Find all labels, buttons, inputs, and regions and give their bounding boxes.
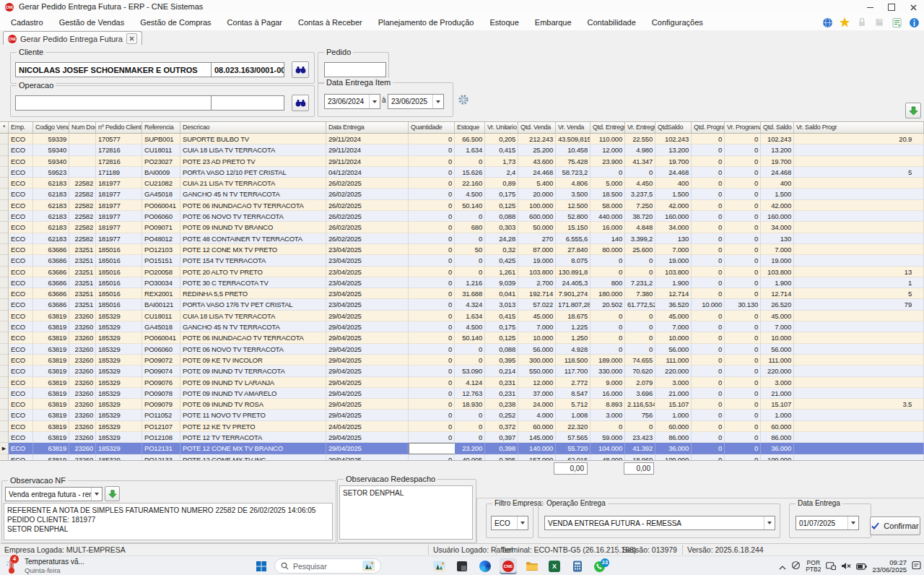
grid-cell[interactable]: 23260	[69, 332, 96, 343]
grid-cell[interactable]: SUPB001	[142, 134, 180, 144]
grid-cell[interactable]: 3.237,5	[625, 189, 655, 199]
grid-cell[interactable]: 0	[409, 211, 455, 222]
grid-cell[interactable]: 23/04/2025	[326, 244, 409, 255]
grid-cell[interactable]: 1.634	[455, 144, 485, 155]
grid-cell[interactable]: CUIA 21 LISA TV TERRACOTA	[180, 178, 326, 189]
grid-cell[interactable]: 118.500	[556, 355, 590, 366]
grid-cell[interactable]: 0	[725, 311, 761, 321]
grid-cell[interactable]	[794, 178, 924, 189]
grid-cell[interactable]: 22582	[69, 233, 96, 244]
row-indicator[interactable]	[0, 211, 9, 222]
grid-cell[interactable]: 220.000	[761, 366, 794, 376]
favorites-star-icon[interactable]	[837, 15, 852, 30]
grid-cell[interactable]: 29/11/2024	[326, 134, 409, 144]
grid-cell[interactable]: PORTA VASO 17/6 TV PET CRISTAL	[180, 299, 326, 310]
grid-cell[interactable]: 0	[625, 311, 655, 321]
grid-cell[interactable]: 0	[455, 211, 485, 222]
grid-cell[interactable]: 62183	[33, 222, 69, 233]
grid-cell[interactable]: 62183	[33, 178, 69, 189]
grid-cell[interactable]: 10.000	[692, 299, 725, 310]
grid-cell[interactable]: 0,231	[485, 377, 518, 388]
grid-cell[interactable]: 0	[692, 443, 725, 454]
grid-cell[interactable]: PORTA VASO 12/10 PET CRISTAL	[180, 167, 326, 178]
grid-cell[interactable]: 185016	[96, 244, 142, 255]
grid-cell[interactable]: 9.000	[590, 377, 625, 388]
grid-cell[interactable]: GANCHO 45 N TV TERRACOTA	[180, 321, 326, 332]
grid-cell[interactable]: POTE 23 AD PRETO TV	[180, 156, 326, 167]
grid-cell[interactable]: 62183	[33, 211, 69, 222]
grid-cell[interactable]: 0	[409, 388, 455, 399]
grid-cell[interactable]: 34.000	[655, 222, 692, 233]
grid-cell[interactable]: 62183	[33, 200, 69, 211]
grid-cell[interactable]: 109.000	[655, 454, 692, 460]
grid-cell[interactable]: 0	[590, 167, 625, 178]
grid-cell[interactable]: 36.520	[655, 299, 692, 310]
column-header-2[interactable]: Num Doc	[69, 122, 96, 133]
grid-cell[interactable]: 0,175	[485, 321, 518, 332]
grid-cell[interactable]: 52.800	[556, 211, 590, 222]
grid-cell[interactable]: 26/02/2025	[326, 200, 409, 211]
grid-cell[interactable]: POTE 06 INUNDACAO TV TERRACOTA	[180, 200, 326, 211]
grid-cell[interactable]: 0	[725, 144, 761, 155]
grid-cell[interactable]: 63686	[33, 288, 69, 299]
grid-cell[interactable]: 0	[692, 200, 725, 211]
grid-cell[interactable]: 0,088	[485, 344, 518, 355]
grid-cell[interactable]: 3.000	[655, 377, 692, 388]
menu-item-2[interactable]: Gestão de Compras	[132, 14, 219, 30]
aplicar-observacao-button[interactable]	[105, 486, 120, 501]
grid-cell[interactable]: 0	[409, 167, 455, 178]
grid-row[interactable]: ECO59339170577SUPB001SUPORTE BULBO TV29/…	[0, 134, 924, 144]
grid-cell[interactable]	[794, 144, 924, 155]
clock[interactable]: 09:27 23/06/2025	[872, 559, 907, 574]
grid-cell[interactable]: 42.000	[655, 200, 692, 211]
grid-cell[interactable]: 0	[590, 421, 625, 432]
grid-row[interactable]: ECO6381923260185329PO09076POTE 09 INUND …	[0, 377, 924, 388]
grid-cell[interactable]: 170577	[96, 134, 142, 144]
grid-cell[interactable]: 1.500	[655, 189, 692, 199]
grid-cell[interactable]: 23251	[69, 267, 96, 277]
grid-cell[interactable]: 19.700	[761, 156, 794, 167]
grid-cell[interactable]: 102.243	[761, 134, 794, 144]
column-header-18[interactable]: Vr. Saldo Progr	[794, 122, 924, 133]
grid-cell[interactable]: 62183	[33, 189, 69, 199]
grid-cell[interactable]: 29/11/2024	[326, 156, 409, 167]
grid-row[interactable]: ECO6368623251185016PO15151POTE 154 TV TE…	[0, 255, 924, 266]
row-indicator[interactable]	[0, 222, 9, 233]
grid-cell[interactable]: 23260	[69, 399, 96, 410]
grid-cell[interactable]: CU18011	[142, 311, 180, 321]
grid-cell[interactable]: 04/12/2024	[326, 167, 409, 178]
grid-cell[interactable]: 63686	[33, 244, 69, 255]
grid-cell[interactable]: 0	[455, 344, 485, 355]
grid-cell[interactable]	[794, 332, 924, 343]
grid-cell[interactable]: 0	[692, 321, 725, 332]
grid-cell[interactable]: 140.000	[518, 443, 556, 454]
row-indicator[interactable]	[0, 432, 9, 443]
grid-cell[interactable]: 26/02/2025	[326, 222, 409, 233]
data-inicial-select[interactable]: 23/06/2024	[324, 94, 380, 109]
grid-cell[interactable]: PO060041	[142, 200, 180, 211]
column-header-7[interactable]: Quantidade	[409, 122, 455, 133]
grid-cell[interactable]: 0	[692, 410, 725, 420]
grid-cell[interactable]: PO09079	[142, 399, 180, 410]
grid-cell[interactable]: 185016	[96, 277, 142, 288]
filtro-empresa-select[interactable]: ECO	[491, 516, 528, 530]
grid-cell[interactable]	[794, 200, 924, 211]
grid-cell[interactable]: 48.000	[590, 454, 625, 460]
language-indicator[interactable]: POR PTB2	[806, 560, 821, 573]
tab-close-button[interactable]	[126, 33, 137, 44]
grid-cell[interactable]: 27.840	[556, 244, 590, 255]
grid-cell[interactable]: BAI0009	[142, 167, 180, 178]
grid-cell[interactable]: 15.626	[455, 167, 485, 178]
row-indicator[interactable]	[0, 388, 9, 399]
grid-cell[interactable]: PO11052	[142, 410, 180, 420]
grid-cell[interactable]: 0	[455, 233, 485, 244]
grid-cell[interactable]: 0	[725, 211, 761, 222]
grid-cell[interactable]: 5	[794, 288, 924, 299]
grid-cell[interactable]: 0,395	[485, 355, 518, 366]
grid-cell[interactable]: ECO	[9, 178, 33, 189]
grid-row[interactable]: ECO6381923260185329PO09079POTE 09 INUND …	[0, 399, 924, 410]
grid-cell[interactable]: 24.468	[655, 167, 692, 178]
grid-row[interactable]: ECO6218322582181977PO09071POTE 09 INUND …	[0, 222, 924, 233]
grid-cell[interactable]: 212.243	[518, 134, 556, 144]
grid-cell[interactable]: 0	[692, 167, 725, 178]
